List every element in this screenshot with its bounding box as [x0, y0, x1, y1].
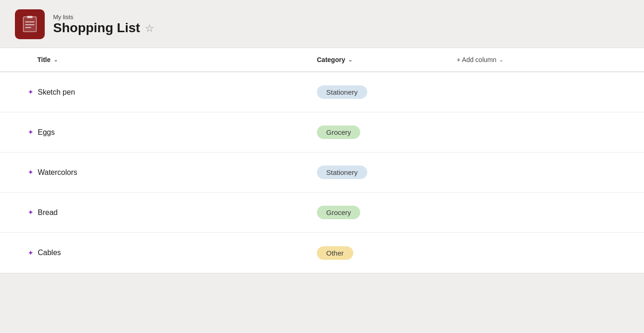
drag-handle-icon[interactable]: ✦ — [28, 169, 33, 176]
column-title-label: Title — [37, 56, 51, 63]
row-title-text: Watercolors — [38, 168, 77, 177]
table-row: ✦ Cables Other — [0, 233, 644, 273]
svg-rect-1 — [27, 16, 33, 18]
column-category-label: Category — [317, 56, 345, 63]
app-icon — [15, 9, 45, 39]
column-header-category[interactable]: Category ⌄ — [317, 48, 457, 71]
row-title-cell: ✦ Cables — [0, 249, 317, 257]
page-title: Shopping List — [53, 21, 140, 35]
category-badge[interactable]: Stationery — [317, 85, 367, 99]
add-column-button[interactable]: + Add column ⌄ — [457, 48, 644, 71]
row-title-cell: ✦ Bread — [0, 208, 317, 217]
add-column-chevron-icon[interactable]: ⌄ — [499, 57, 503, 63]
category-badge[interactable]: Stationery — [317, 166, 367, 179]
table-row: ✦ Bread Grocery — [0, 193, 644, 233]
category-badge[interactable]: Other — [317, 246, 353, 260]
drag-handle-icon[interactable]: ✦ — [28, 129, 33, 136]
title-sort-icon[interactable]: ⌄ — [54, 57, 58, 63]
drag-handle-icon[interactable]: ✦ — [28, 89, 33, 96]
table-row: ✦ Sketch pen Stationery — [0, 72, 644, 112]
header-text: My lists Shopping List ☆ — [53, 14, 154, 35]
row-title-cell: ✦ Watercolors — [0, 168, 317, 177]
page-header: My lists Shopping List ☆ — [0, 0, 644, 48]
table-row: ✦ Eggs Grocery — [0, 112, 644, 153]
row-category-cell: Other — [317, 246, 457, 260]
category-badge[interactable]: Grocery — [317, 125, 360, 139]
row-category-cell: Grocery — [317, 206, 457, 219]
table-row: ✦ Watercolors Stationery — [0, 153, 644, 193]
category-badge[interactable]: Grocery — [317, 206, 360, 219]
favorite-icon[interactable]: ☆ — [145, 22, 154, 35]
row-category-cell: Stationery — [317, 85, 457, 99]
column-header-title[interactable]: Title ⌄ — [0, 48, 317, 71]
table-header: Title ⌄ Category ⌄ + Add column ⌄ — [0, 48, 644, 72]
row-title-text: Eggs — [38, 128, 55, 137]
drag-handle-icon[interactable]: ✦ — [28, 209, 33, 216]
category-sort-icon[interactable]: ⌄ — [348, 57, 352, 63]
drag-handle-icon[interactable]: ✦ — [28, 250, 33, 257]
row-category-cell: Stationery — [317, 166, 457, 179]
row-title-text: Bread — [38, 208, 58, 217]
row-title-text: Cables — [38, 249, 61, 257]
row-title-text: Sketch pen — [38, 88, 75, 97]
row-title-cell: ✦ Eggs — [0, 128, 317, 137]
data-table: Title ⌄ Category ⌄ + Add column ⌄ ✦ Sket… — [0, 48, 644, 273]
add-column-label: + Add column — [457, 56, 496, 63]
breadcrumb: My lists — [53, 14, 154, 21]
row-title-cell: ✦ Sketch pen — [0, 88, 317, 97]
row-category-cell: Grocery — [317, 125, 457, 139]
